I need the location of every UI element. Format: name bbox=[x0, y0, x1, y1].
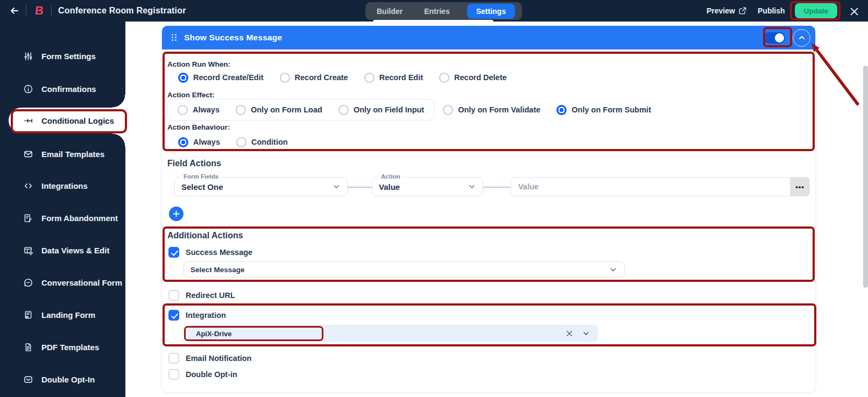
checkbox-checked-icon bbox=[168, 310, 179, 321]
checkbox-unchecked-icon bbox=[168, 290, 179, 301]
divider bbox=[51, 5, 52, 17]
chevron-down-icon bbox=[582, 329, 590, 338]
action-run-when-label: Action Run When: bbox=[167, 60, 230, 68]
action-effect-grouped-options: Always Only on Form Load Only on Field I… bbox=[167, 99, 434, 120]
drag-handle-icon[interactable] bbox=[172, 34, 177, 41]
external-link-icon bbox=[739, 7, 746, 15]
sidebar-item-form-settings[interactable]: Form Settings bbox=[0, 45, 125, 67]
radio-record-delete[interactable]: Record Delete bbox=[439, 73, 507, 83]
chevron-down-icon bbox=[468, 182, 476, 191]
checkbox-redirect-url[interactable]: Redirect URL bbox=[168, 289, 235, 301]
checkbox-unchecked-icon bbox=[168, 369, 179, 380]
sidebar-item-conditional-logics[interactable]: Conditional Logics bbox=[9, 108, 125, 133]
action-effect-options: Always Only on Form Load Only on Field I… bbox=[167, 99, 651, 120]
back-button[interactable] bbox=[6, 3, 23, 18]
radio-always-effect[interactable]: Always bbox=[178, 105, 220, 115]
app-window: B Conference Room Registratior Builder E… bbox=[0, 0, 868, 397]
action-effect-label: Action Effect: bbox=[167, 91, 215, 99]
preview-button[interactable]: Preview bbox=[707, 0, 746, 22]
radio-dot bbox=[178, 105, 188, 115]
tab-entries[interactable]: Entries bbox=[420, 4, 454, 18]
sidebar-item-label: Conversational Form bbox=[41, 278, 122, 287]
form-title: Conference Room Registratior bbox=[58, 0, 186, 22]
form-fields-select[interactable]: Form Fields Select One bbox=[174, 177, 348, 196]
value-input-group: ••• bbox=[511, 177, 810, 196]
opt-in-envelope-icon bbox=[23, 374, 33, 385]
info-icon bbox=[23, 84, 33, 94]
radio-record-create[interactable]: Record Create bbox=[280, 73, 348, 83]
chevron-down-icon bbox=[609, 265, 618, 274]
publish-button[interactable]: Publish bbox=[758, 0, 785, 22]
code-icon bbox=[23, 181, 33, 191]
pdf-document-icon bbox=[23, 342, 33, 352]
settings-sidebar: Form Settings Confirmations Conditional … bbox=[0, 22, 125, 397]
logic-enabled-toggle[interactable] bbox=[764, 32, 785, 44]
sidebar-item-label: Integrations bbox=[41, 181, 88, 190]
condition-branch-icon bbox=[23, 116, 33, 126]
radio-record-create-edit[interactable]: Record Create/Edit bbox=[178, 73, 264, 83]
sidebar-item-confirmations[interactable]: Confirmations bbox=[0, 78, 125, 100]
radio-only-form-validate[interactable]: Only on Form Validate bbox=[443, 105, 540, 115]
action-select[interactable]: Action Value bbox=[372, 177, 483, 196]
radio-dot bbox=[236, 105, 246, 115]
action-behaviour-options: Always Condition bbox=[178, 132, 288, 152]
sliders-icon bbox=[23, 51, 33, 61]
add-field-action-button[interactable] bbox=[169, 207, 184, 221]
radio-record-edit[interactable]: Record Edit bbox=[364, 73, 423, 83]
radio-dot bbox=[280, 73, 290, 83]
radio-condition[interactable]: Condition bbox=[236, 137, 288, 147]
checkbox-double-opt-in[interactable]: Double Opt-in bbox=[168, 368, 237, 380]
radio-only-field-input[interactable]: Only on Field Input bbox=[338, 105, 424, 115]
sidebar-item-data-views-edit[interactable]: Data Views & Edit bbox=[0, 239, 125, 261]
clear-selection-icon[interactable] bbox=[566, 330, 573, 337]
more-options-icon[interactable]: ••• bbox=[790, 177, 810, 196]
sidebar-item-landing-form[interactable]: Landing Form bbox=[0, 304, 125, 325]
form-fields-select-value: Select One bbox=[181, 182, 332, 192]
radio-only-form-submit[interactable]: Only on Form Submit bbox=[556, 105, 651, 115]
integration-select[interactable]: ApiX-Drive bbox=[188, 325, 598, 342]
radio-only-form-load[interactable]: Only on Form Load bbox=[236, 105, 322, 115]
radio-dot bbox=[439, 73, 449, 83]
envelope-icon bbox=[23, 149, 33, 159]
sidebar-item-label: PDF Templates bbox=[41, 343, 99, 352]
radio-dot bbox=[338, 105, 349, 115]
action-select-value: Value bbox=[379, 182, 468, 192]
table-gear-icon bbox=[23, 245, 33, 256]
checkbox-success-message[interactable]: Success Message bbox=[168, 246, 252, 258]
update-button[interactable]: Update bbox=[795, 3, 837, 18]
checkbox-email-notification[interactable]: Email Notification bbox=[168, 352, 251, 364]
checkbox-checked-icon bbox=[168, 247, 179, 258]
value-input[interactable] bbox=[511, 177, 790, 196]
sidebar-item-label: Form Abandonment bbox=[41, 214, 118, 223]
radio-dot bbox=[443, 105, 453, 115]
checkbox-integration[interactable]: Integration bbox=[168, 309, 226, 321]
integration-selected-value: ApiX-Drive bbox=[196, 330, 557, 338]
sidebar-item-label: Email Templates bbox=[41, 150, 104, 159]
sidebar-item-email-templates[interactable]: Email Templates bbox=[0, 143, 125, 165]
radio-always-behaviour[interactable]: Always bbox=[178, 137, 220, 147]
conditional-logic-panel: Show Success Message Action Run When: Re… bbox=[161, 25, 816, 393]
checkbox-unchecked-icon bbox=[168, 353, 179, 364]
success-message-select[interactable]: Select Message bbox=[184, 261, 625, 278]
sidebar-item-form-abandonment[interactable]: Form Abandonment bbox=[0, 207, 125, 229]
connector-line bbox=[348, 187, 372, 188]
form-abandonment-icon bbox=[23, 213, 33, 223]
field-actions-heading: Field Actions bbox=[167, 159, 221, 168]
back-arrow-icon bbox=[9, 5, 20, 16]
close-button[interactable] bbox=[848, 5, 860, 17]
scrollbar-thumb[interactable] bbox=[863, 66, 868, 288]
sidebar-item-integrations[interactable]: Integrations bbox=[0, 175, 125, 196]
tab-builder[interactable]: Builder bbox=[372, 4, 407, 18]
sidebar-item-label: Double Opt-In bbox=[41, 375, 95, 384]
radio-dot bbox=[364, 73, 375, 83]
action-run-when-options: Record Create/Edit Record Create Record … bbox=[178, 68, 507, 87]
landing-form-icon bbox=[23, 310, 33, 320]
sidebar-item-conversational-form[interactable]: Conversational Form bbox=[0, 272, 125, 293]
action-select-label: Action bbox=[378, 173, 403, 180]
sidebar-item-double-opt-in[interactable]: Double Opt-In bbox=[0, 368, 125, 390]
collapse-button[interactable] bbox=[793, 29, 810, 47]
tab-settings[interactable]: Settings bbox=[467, 4, 515, 19]
additional-actions-heading: Additional Actions bbox=[167, 231, 243, 240]
sidebar-item-pdf-templates[interactable]: PDF Templates bbox=[0, 336, 125, 358]
action-behaviour-label: Action Behaviour: bbox=[167, 123, 230, 131]
